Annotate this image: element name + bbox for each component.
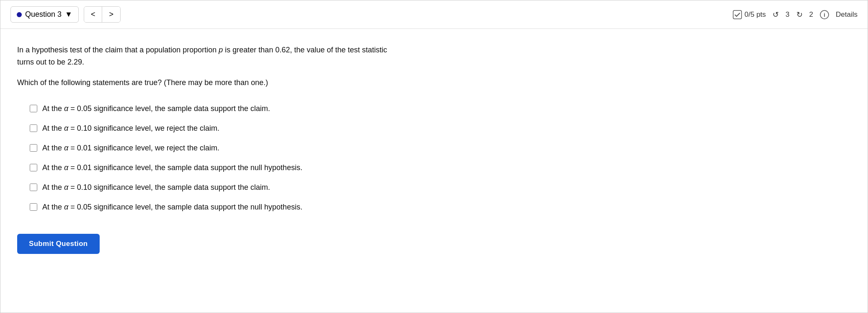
- checkbox-6[interactable]: [30, 203, 37, 211]
- prev-button[interactable]: <: [84, 7, 103, 22]
- option-label-6: At the α = 0.05 significance level, the …: [42, 202, 302, 213]
- next-button[interactable]: >: [102, 7, 120, 22]
- option-item-3[interactable]: At the α = 0.01 significance level, we r…: [30, 138, 851, 158]
- svg-text:i: i: [824, 12, 825, 18]
- checkbox-2[interactable]: [30, 124, 37, 132]
- header-left: Question 3 ▼ < >: [10, 6, 121, 23]
- nav-buttons: < >: [84, 6, 121, 23]
- option-label-1: At the α = 0.05 significance level, the …: [42, 103, 270, 114]
- header-bar: Question 3 ▼ < > 0/5 pts ↺ 3 ↻ 2: [0, 0, 868, 29]
- details-label[interactable]: Details: [836, 10, 858, 19]
- option-label-4: At the α = 0.01 significance level, the …: [42, 162, 302, 173]
- question-body: In a hypothesis test of the claim that a…: [17, 44, 394, 68]
- checkmark-icon: [733, 10, 742, 19]
- svg-rect-0: [733, 10, 742, 19]
- option-label-3: At the α = 0.01 significance level, we r…: [42, 142, 219, 154]
- submit-button[interactable]: Submit Question: [17, 234, 100, 254]
- checkbox-4[interactable]: [30, 164, 37, 171]
- option-item-6[interactable]: At the α = 0.05 significance level, the …: [30, 197, 851, 217]
- undo-count: 3: [786, 10, 789, 19]
- options-list: At the α = 0.05 significance level, the …: [30, 99, 851, 217]
- redo-count: 2: [809, 10, 813, 19]
- option-label-5: At the α = 0.10 significance level, the …: [42, 182, 270, 193]
- header-right: 0/5 pts ↺ 3 ↻ 2 i Details: [733, 10, 858, 19]
- pts-badge: 0/5 pts: [733, 10, 766, 19]
- redo-icon: ↻: [796, 10, 803, 19]
- checkbox-3[interactable]: [30, 144, 37, 152]
- option-item-2[interactable]: At the α = 0.10 significance level, we r…: [30, 119, 851, 138]
- question-label: Question 3: [25, 10, 62, 19]
- pts-text: 0/5 pts: [744, 10, 766, 19]
- checkbox-5[interactable]: [30, 184, 37, 191]
- chevron-down-icon: ▼: [65, 10, 72, 19]
- option-item-4[interactable]: At the α = 0.01 significance level, the …: [30, 158, 851, 178]
- page-container: Question 3 ▼ < > 0/5 pts ↺ 3 ↻ 2: [0, 0, 868, 313]
- question-dot: [17, 12, 22, 17]
- undo-icon: ↺: [773, 10, 779, 19]
- question-selector[interactable]: Question 3 ▼: [10, 6, 79, 23]
- main-content: In a hypothesis test of the claim that a…: [0, 29, 868, 313]
- option-label-2: At the α = 0.10 significance level, we r…: [42, 123, 219, 134]
- checkbox-1[interactable]: [30, 105, 37, 112]
- info-icon: i: [820, 10, 829, 19]
- option-item-5[interactable]: At the α = 0.10 significance level, the …: [30, 178, 851, 197]
- instructions-text: Which of the following statements are tr…: [17, 78, 851, 87]
- option-item-1[interactable]: At the α = 0.05 significance level, the …: [30, 99, 851, 119]
